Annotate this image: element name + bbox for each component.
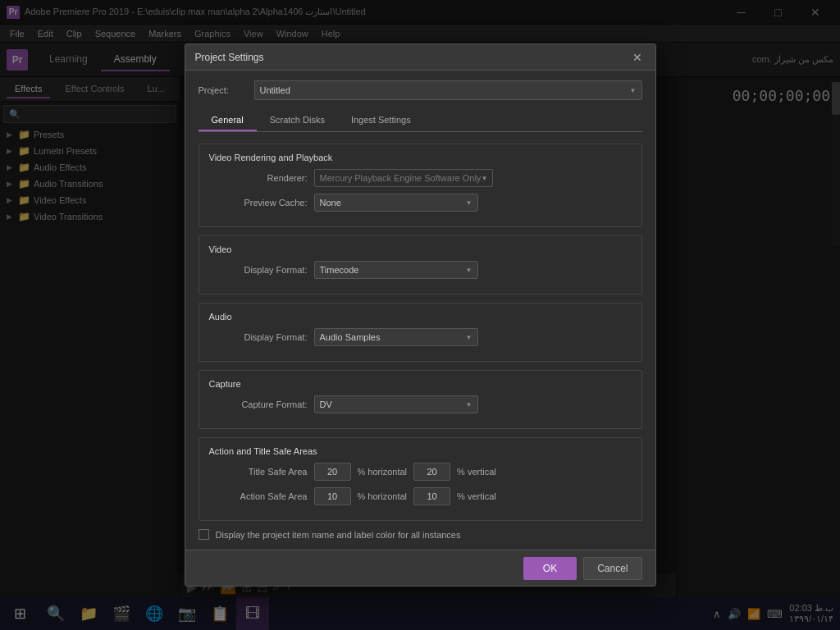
renderer-value: Mercury Playback Engine Software Only <box>320 173 482 183</box>
video-rendering-title: Video Rendering and Playback <box>209 153 632 162</box>
action-safe-v-input[interactable] <box>413 487 450 505</box>
title-safe-h-unit: % horizontal <box>358 467 408 477</box>
renderer-dropdown[interactable]: Mercury Playback Engine Software Only ▼ <box>314 169 494 187</box>
display-checkbox-row: Display the project item name and label … <box>199 529 642 540</box>
action-safe-h-unit: % horizontal <box>358 491 408 501</box>
dialog-title: Project Settings <box>195 52 629 63</box>
action-safe-label: Action Safe Area <box>209 491 308 501</box>
dropdown-arrow-icon: ▼ <box>481 175 487 182</box>
dropdown-arrow-icon: ▼ <box>466 334 472 341</box>
capture-section: Capture Capture Format: DV ▼ <box>199 370 642 429</box>
ok-button[interactable]: OK <box>523 557 577 580</box>
project-settings-dialog: Project Settings ✕ Project: Untitled ▼ G… <box>185 43 656 587</box>
dialog-body: Project: Untitled ▼ General Scratch Disk… <box>185 71 655 550</box>
safe-areas-title: Action and Title Safe Areas <box>209 446 632 456</box>
dialog-tabs: General Scratch Disks Ingest Settings <box>199 110 642 132</box>
project-dropdown-value: Untitled <box>260 85 290 95</box>
dropdown-arrow-icon: ▼ <box>630 87 637 94</box>
capture-format-label: Capture Format: <box>209 399 308 409</box>
title-safe-v-unit: % vertical <box>457 467 496 477</box>
project-dropdown[interactable]: Untitled ▼ <box>254 80 642 100</box>
video-display-format-value: Timecode <box>320 265 359 275</box>
dropdown-arrow-icon: ▼ <box>466 401 472 409</box>
preview-cache-label: Preview Cache: <box>209 198 308 208</box>
safe-areas-section: Action and Title Safe Areas Title Safe A… <box>199 437 642 521</box>
title-safe-row: Title Safe Area % horizontal % vertical <box>209 463 632 481</box>
dialog-titlebar: Project Settings ✕ <box>185 44 655 71</box>
video-display-format-dropdown[interactable]: Timecode ▼ <box>314 261 478 279</box>
capture-format-value: DV <box>320 399 332 409</box>
display-checkbox-label: Display the project item name and label … <box>216 530 461 540</box>
modal-overlay: Project Settings ✕ Project: Untitled ▼ G… <box>0 0 840 630</box>
tab-ingest-settings[interactable]: Ingest Settings <box>338 110 424 131</box>
audio-section: Audio Display Format: Audio Samples ▼ <box>199 303 642 362</box>
capture-format-row: Capture Format: DV ▼ <box>209 395 632 413</box>
capture-format-dropdown[interactable]: DV ▼ <box>314 395 478 413</box>
audio-display-format-row: Display Format: Audio Samples ▼ <box>209 328 632 346</box>
audio-display-format-value: Audio Samples <box>320 332 381 342</box>
title-safe-h-input[interactable] <box>314 463 351 481</box>
action-safe-row: Action Safe Area % horizontal % vertical <box>209 487 632 505</box>
action-safe-v-unit: % vertical <box>457 491 496 501</box>
dropdown-arrow-icon: ▼ <box>466 267 472 274</box>
title-safe-label: Title Safe Area <box>209 467 308 477</box>
video-section: Video Display Format: Timecode ▼ <box>199 235 642 294</box>
audio-title: Audio <box>209 312 632 322</box>
display-checkbox[interactable] <box>199 529 209 540</box>
audio-display-format-dropdown[interactable]: Audio Samples ▼ <box>314 328 478 346</box>
title-safe-v-input[interactable] <box>413 463 450 481</box>
preview-cache-dropdown[interactable]: None ▼ <box>314 194 478 212</box>
project-row: Project: Untitled ▼ <box>199 80 642 100</box>
video-display-format-row: Display Format: Timecode ▼ <box>209 261 632 279</box>
dialog-close-button[interactable]: ✕ <box>629 49 646 66</box>
dialog-footer: OK Cancel <box>185 550 655 586</box>
preview-cache-row: Preview Cache: None ▼ <box>209 194 632 212</box>
video-display-format-label: Display Format: <box>209 265 308 275</box>
tab-general[interactable]: General <box>199 110 257 131</box>
preview-cache-value: None <box>320 198 341 208</box>
project-field-label: Project: <box>199 85 248 95</box>
dropdown-arrow-icon: ▼ <box>466 199 472 207</box>
cancel-button[interactable]: Cancel <box>583 557 641 580</box>
tab-scratch-disks[interactable]: Scratch Disks <box>257 110 338 131</box>
renderer-row: Renderer: Mercury Playback Engine Softwa… <box>209 169 632 187</box>
audio-display-format-label: Display Format: <box>209 332 308 342</box>
action-safe-h-input[interactable] <box>314 487 351 505</box>
capture-title: Capture <box>209 379 632 389</box>
video-rendering-section: Video Rendering and Playback Renderer: M… <box>199 144 642 227</box>
renderer-label: Renderer: <box>209 173 308 183</box>
video-title: Video <box>209 244 632 254</box>
